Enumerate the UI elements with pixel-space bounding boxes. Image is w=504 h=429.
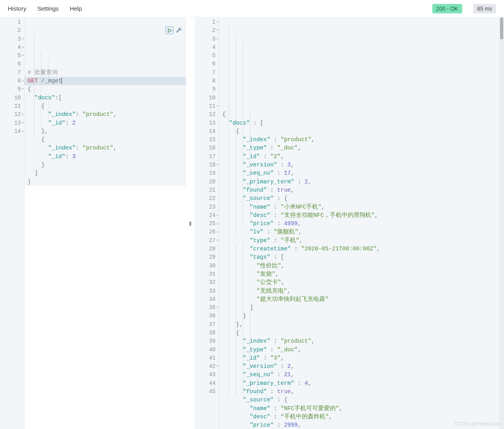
menu-help[interactable]: Help <box>70 5 82 12</box>
latency-badge: 65 ms <box>473 4 496 13</box>
menu-history[interactable]: History <box>8 5 26 12</box>
response-viewer[interactable]: { "docs" : [ { "_index" : "product", "_t… <box>219 17 504 429</box>
request-editor[interactable]: # 批量查询GET /_mget{ "docs":[ { "_index": "… <box>24 17 186 429</box>
status-badge: 200 - OK <box>432 4 462 13</box>
request-panel: 123▾4▾5▾678▴9▾101112▴13▾14▴ # 批量查询GET /_… <box>0 17 186 429</box>
panel-divider[interactable]: ▮ <box>186 17 195 429</box>
split-panels: 123▾4▾5▾678▴9▾101112▴13▾14▴ # 批量查询GET /_… <box>0 17 504 429</box>
watermark: CSDN @FeenixOne <box>455 421 501 427</box>
wrench-icon[interactable] <box>175 27 182 34</box>
menu-settings[interactable]: Settings <box>37 5 59 12</box>
run-actions <box>166 26 182 34</box>
response-panel: 1▾2▾3▾4567891011▾12131415161718▾19202122… <box>195 17 504 429</box>
scroll-thumb[interactable] <box>500 17 503 39</box>
scrollbar-vertical[interactable] <box>499 17 504 429</box>
request-gutter: 123▾4▾5▾678▴9▾101112▴13▾14▴ <box>0 17 24 429</box>
run-button[interactable] <box>166 26 173 34</box>
svg-marker-0 <box>168 28 171 32</box>
response-gutter: 1▾2▾3▾4567891011▾12131415161718▾19202122… <box>195 17 219 429</box>
play-icon <box>167 28 172 33</box>
menubar: History Settings Help 200 - OK 65 ms <box>0 0 504 17</box>
